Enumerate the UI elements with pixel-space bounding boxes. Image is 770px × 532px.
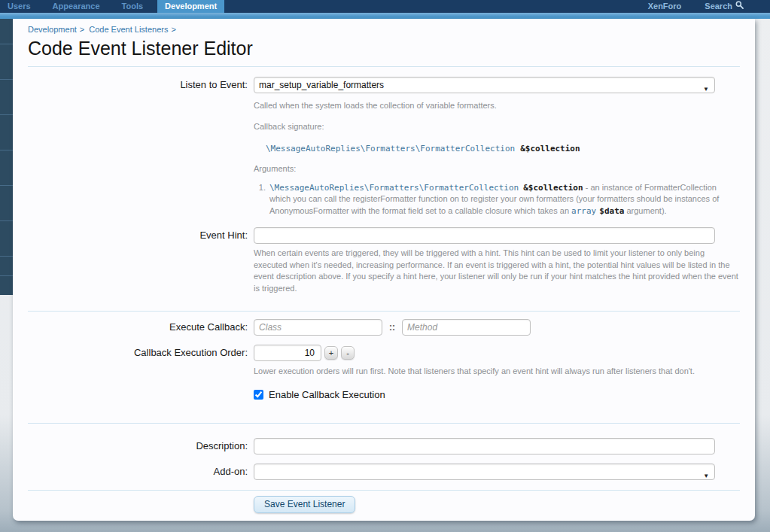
- save-event-listener-button[interactable]: Save Event Listener: [254, 496, 355, 513]
- breadcrumb-development[interactable]: Development: [28, 25, 77, 34]
- nav-tab-appearance[interactable]: Appearance: [45, 0, 108, 13]
- save-row-spacer: [28, 496, 254, 498]
- event-hint-input[interactable]: [254, 227, 715, 244]
- sidebar-divider: [0, 185, 13, 186]
- nav-tab-development[interactable]: Development: [157, 0, 224, 13]
- breadcrumb-separator: >: [80, 25, 84, 34]
- save-row: Save Event Listener: [28, 496, 740, 513]
- description-label: Description:: [28, 438, 254, 451]
- callback-class-input[interactable]: [254, 319, 382, 336]
- increment-button[interactable]: +: [324, 346, 338, 360]
- argument-number: 1.: [254, 182, 266, 217]
- argument-text-end: argument).: [624, 206, 666, 215]
- search-label: Search: [705, 0, 732, 13]
- addon-select[interactable]: ▼: [254, 464, 715, 480]
- sidebar-rail[interactable]: [0, 19, 13, 295]
- sidebar-divider: [0, 150, 13, 150]
- nav-tab-users[interactable]: Users: [0, 0, 38, 13]
- breadcrumb: Development>Code Event Listeners>: [28, 25, 740, 34]
- callback-signature-label: Callback signature:: [254, 121, 740, 133]
- section-divider: [28, 423, 740, 424]
- signature-arg: &$collection: [520, 144, 580, 154]
- enable-callback-checkbox[interactable]: [254, 390, 263, 400]
- page-title: Code Event Listener Editor: [28, 38, 740, 59]
- section-divider: [28, 311, 740, 312]
- chevron-down-icon: ▼: [703, 82, 709, 97]
- argument-class: \MessageAutoReplies\Formatters\Formatter…: [269, 183, 519, 193]
- sidebar-divider: [0, 275, 13, 276]
- addon-label: Add-on:: [28, 464, 254, 477]
- listen-to-event-label: Listen to Event:: [28, 77, 254, 90]
- listen-to-event-row: Listen to Event: mar_setup_variable_form…: [28, 77, 740, 217]
- sidebar-divider: [0, 79, 13, 80]
- argument-code-array: array: [571, 206, 596, 216]
- sidebar-divider: [0, 44, 13, 44]
- execute-callback-row: Execute Callback: ::: [28, 319, 740, 336]
- callback-method-input[interactable]: [402, 319, 531, 336]
- nav-link-xenforo[interactable]: XenForo: [645, 0, 685, 13]
- execution-order-row: Callback Execution Order: + - Lower exec…: [28, 345, 740, 400]
- description-input[interactable]: [254, 438, 715, 454]
- navbar-spacer: [231, 0, 628, 13]
- listen-to-event-value: mar_setup_variable_formatters: [259, 80, 384, 90]
- breadcrumb-code-event-listeners[interactable]: Code Event Listeners: [89, 25, 168, 34]
- breadcrumb-separator: >: [171, 25, 175, 34]
- listen-to-event-select[interactable]: mar_setup_variable_formatters ▼: [254, 77, 715, 93]
- sidebar-divider: [0, 256, 13, 257]
- arguments-label: Arguments:: [254, 163, 740, 175]
- section-divider: [28, 490, 740, 491]
- execution-order-explain: Lower execution orders will run first. N…: [254, 366, 740, 378]
- callback-signature-code: \MessageAutoReplies\Formatters\Formatter…: [266, 141, 740, 154]
- sidebar-divider: [0, 114, 13, 115]
- navbar-accent-strip: [0, 13, 770, 19]
- event-description: Called when the system loads the collect…: [254, 100, 740, 217]
- content-panel: Development>Code Event Listeners> Code E…: [13, 19, 755, 521]
- enable-callback-label[interactable]: Enable Callback Execution: [269, 389, 385, 400]
- event-hint-explain: When certain events are triggered, they …: [254, 248, 740, 294]
- top-navbar: Users Appearance Tools Development XenFo…: [0, 0, 770, 13]
- title-divider: [28, 66, 740, 67]
- argument-arg: &$collection: [523, 183, 583, 193]
- callback-separator: ::: [389, 322, 395, 336]
- decrement-button[interactable]: -: [341, 346, 355, 360]
- event-hint-label: Event Hint:: [28, 227, 254, 241]
- nav-link-search[interactable]: Search: [702, 0, 747, 13]
- enable-callback-row: Enable Callback Execution: [254, 389, 740, 400]
- execution-order-input[interactable]: [254, 345, 321, 361]
- chevron-down-icon: ▼: [703, 469, 709, 484]
- execute-callback-label: Execute Callback:: [28, 319, 254, 333]
- signature-class: \MessageAutoReplies\Formatters\Formatter…: [266, 144, 515, 154]
- description-row: Description:: [28, 438, 740, 454]
- search-icon: [735, 0, 744, 13]
- argument-code-data: $data: [599, 206, 624, 216]
- addon-row: Add-on: ▼: [28, 464, 740, 480]
- event-hint-row: Event Hint: When certain events are trig…: [28, 227, 740, 294]
- argument-list-item: 1. \MessageAutoReplies\Formatters\Format…: [254, 182, 740, 217]
- sidebar-divider: [0, 220, 13, 221]
- execution-order-label: Callback Execution Order:: [28, 345, 254, 358]
- event-summary: Called when the system loads the collect…: [254, 100, 740, 112]
- nav-tab-tools[interactable]: Tools: [114, 0, 151, 13]
